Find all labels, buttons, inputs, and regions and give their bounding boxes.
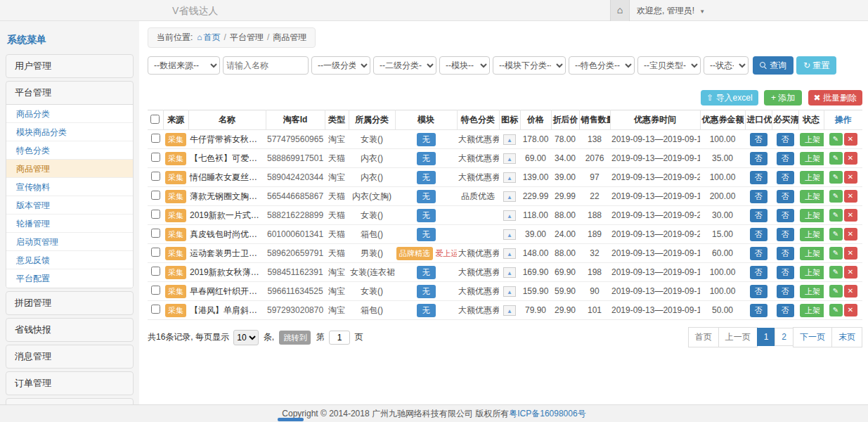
must-buy-toggle-button[interactable]: 否 [777,171,794,184]
row-checkbox[interactable] [151,286,160,295]
submenu-item-platform-config[interactable]: 平台配置 [6,269,133,288]
sidebar-item-exchange-management[interactable]: 兑换管理 [6,398,134,404]
sidebar-item-label[interactable]: 平台管理 [6,82,133,104]
submenu-item-module-goods-category[interactable]: 模块商品分类 [6,123,133,141]
edit-button[interactable]: ✎ [829,209,843,222]
submenu-item-goods-category[interactable]: 商品分类 [6,105,133,123]
item-type-select[interactable]: --宝贝类型-- [637,56,701,75]
submenu-item-feature-category[interactable]: 特色分类 [6,141,133,160]
name-search-input[interactable] [223,56,309,75]
row-checkbox[interactable] [151,191,160,200]
must-buy-toggle-button[interactable]: 否 [777,266,794,279]
icp-link[interactable]: 粤ICP备16098006号 [509,409,585,418]
edit-button[interactable]: ✎ [829,285,843,298]
add-button[interactable]: + 添加 [764,90,802,106]
delete-button[interactable]: ✕ [844,228,857,241]
page-button[interactable]: 1 [757,328,776,346]
per-page-select[interactable]: 10 [233,330,259,345]
page-button[interactable]: 2 [775,328,793,346]
imported-toggle-button[interactable]: 否 [750,228,767,241]
delete-button[interactable]: ✕ [844,304,857,316]
delete-button[interactable]: ✕ [844,266,857,279]
delete-button[interactable]: ✕ [844,247,857,260]
status-button[interactable]: 上架 [800,171,824,184]
sidebar-item-order-management[interactable]: 订单管理 [6,371,134,395]
import-excel-button[interactable]: ⇧ 导入excel [701,90,758,106]
sidebar-item-user-management[interactable]: 用户管理 [6,54,134,78]
status-button[interactable]: 上架 [800,152,824,165]
status-button[interactable]: 上架 [800,304,824,317]
submenu-item-carousel-management[interactable]: 轮播管理 [6,215,133,233]
edit-button[interactable]: ✎ [829,133,843,146]
home-button[interactable]: ⌂ [610,0,630,21]
submenu-item-feedback[interactable]: 意见反馈 [6,251,133,269]
page-button[interactable]: 末页 [831,327,862,347]
sidebar-item-groupbuy-management[interactable]: 拼团管理 [6,291,134,315]
user-menu[interactable]: 欢迎您, 管理员! ▼ [637,0,705,23]
feature-category-select[interactable]: --特色分类-- [569,56,635,75]
status-button[interactable]: 上架 [800,266,824,279]
row-checkbox[interactable] [151,267,160,276]
must-buy-toggle-button[interactable]: 否 [777,190,794,203]
breadcrumb-home-link[interactable]: 首页 [204,32,221,42]
query-button[interactable]: 查询 [753,56,793,75]
status-button[interactable]: 上架 [800,133,824,146]
jump-page-input[interactable] [329,331,350,345]
status-select[interactable]: --状态-- [704,56,749,75]
edit-button[interactable]: ✎ [829,152,843,165]
must-buy-toggle-button[interactable]: 否 [777,304,794,317]
module-subcategory-select[interactable]: --模块下分类-- [493,56,566,75]
imported-toggle-button[interactable]: 否 [750,304,767,317]
delete-button[interactable]: ✕ [844,190,857,203]
imported-toggle-button[interactable]: 否 [750,152,767,165]
row-checkbox[interactable] [151,229,160,238]
status-button[interactable]: 上架 [800,190,824,203]
level1-category-select[interactable]: --一级分类-- [311,56,370,75]
row-checkbox[interactable] [151,134,160,143]
edit-button[interactable]: ✎ [829,266,843,279]
imported-toggle-button[interactable]: 否 [750,266,767,279]
delete-button[interactable]: ✕ [844,285,857,298]
row-checkbox[interactable] [151,153,160,162]
sidebar-item-message-management[interactable]: 消息管理 [6,345,134,369]
imported-toggle-button[interactable]: 否 [750,171,767,184]
sidebar-item-saving-express[interactable]: 省钱快报 [6,318,134,342]
imported-toggle-button[interactable]: 否 [750,247,767,260]
status-button[interactable]: 上架 [800,285,824,298]
must-buy-toggle-button[interactable]: 否 [777,133,794,146]
edit-button[interactable]: ✎ [829,247,843,260]
page-button[interactable]: 上一页 [718,327,758,347]
reset-button[interactable]: ↻ 重置 [796,56,836,75]
delete-button[interactable]: ✕ [844,171,857,184]
must-buy-toggle-button[interactable]: 否 [777,152,794,165]
submenu-item-goods-management[interactable]: 商品管理 [6,160,133,178]
imported-toggle-button[interactable]: 否 [750,209,767,222]
status-button[interactable]: 上架 [800,209,824,222]
page-button[interactable]: 首页 [688,327,719,347]
must-buy-toggle-button[interactable]: 否 [777,228,794,241]
edit-button[interactable]: ✎ [829,304,843,316]
imported-toggle-button[interactable]: 否 [750,285,767,298]
imported-toggle-button[interactable]: 否 [750,190,767,203]
status-button[interactable]: 上架 [800,228,824,241]
edit-button[interactable]: ✎ [829,171,843,184]
must-buy-toggle-button[interactable]: 否 [777,247,794,260]
submenu-item-promo-materials[interactable]: 宣传物料 [6,178,133,196]
data-source-select[interactable]: --数据来源-- [148,56,220,75]
status-button[interactable]: 上架 [800,247,824,260]
submenu-item-splash-management[interactable]: 启动页管理 [6,233,133,251]
delete-button[interactable]: ✕ [844,133,857,146]
horizontal-scrollbar-thumb[interactable] [278,418,304,421]
must-buy-toggle-button[interactable]: 否 [777,285,794,298]
delete-button[interactable]: ✕ [844,152,857,165]
select-all-checkbox[interactable] [150,115,160,124]
level2-category-select[interactable]: --二级分类-- [373,56,436,75]
row-checkbox[interactable] [151,305,160,314]
jump-button[interactable]: 跳转到 [279,331,311,345]
row-checkbox[interactable] [151,172,160,181]
row-checkbox[interactable] [151,248,160,257]
edit-button[interactable]: ✎ [829,228,843,241]
row-checkbox[interactable] [151,210,160,219]
delete-button[interactable]: ✕ [844,209,857,222]
submenu-item-version-management[interactable]: 版本管理 [6,196,133,215]
